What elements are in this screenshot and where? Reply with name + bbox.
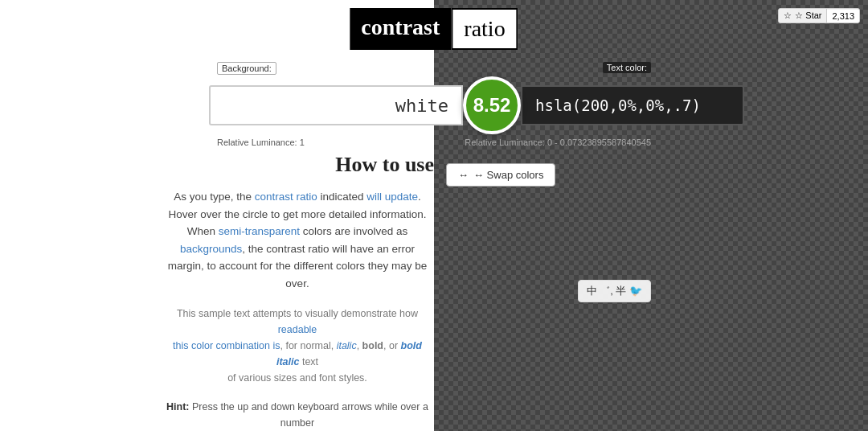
main-content: How to use As you type, the contrast rat… [161, 153, 434, 431]
swap-label: ↔ Swap colors [473, 169, 543, 181]
background-input[interactable] [209, 85, 463, 125]
input-row: Background: Text color: 8.52 [209, 76, 659, 134]
star-text: ☆ Star [795, 10, 821, 21]
star-count: 2,313 [827, 10, 859, 23]
twitter-widget-label: 中 ゛, 半 🐦 [587, 284, 642, 298]
ratio-value: 8.52 [473, 94, 511, 117]
text-color-input[interactable] [521, 85, 744, 125]
star-icon: ☆ [784, 10, 792, 21]
background-right [434, 0, 868, 431]
logo-ratio: ratio [451, 8, 518, 50]
swap-colors-button[interactable]: ↔ ↔ Swap colors [446, 163, 555, 187]
input-area: Background: Text color: 8.52 Relative Lu… [209, 76, 659, 147]
luminance-row: Relative Luminance: 1 Relative Luminance… [209, 138, 659, 147]
text-color-label: Text color: [603, 62, 651, 73]
sample-text: This sample text attempts to visually de… [161, 306, 434, 386]
hint-text: Hint: Press the up and down keyboard arr… [161, 399, 434, 431]
logo: contrast ratio [350, 8, 518, 50]
background-label: Background: [217, 62, 276, 75]
swap-icon: ↔ [458, 169, 469, 181]
star-label[interactable]: ☆ ☆ Star [779, 9, 827, 23]
hint-bold: Hint: [166, 401, 189, 413]
how-to-use-title: How to use [161, 153, 434, 177]
github-star-button[interactable]: ☆ ☆ Star 2,313 [778, 8, 860, 23]
luminance-right: Relative Luminance: 0 - 0.07323895587840… [465, 138, 659, 147]
logo-contrast: contrast [350, 8, 451, 50]
ratio-badge: 8.52 [463, 76, 521, 134]
twitter-widget[interactable]: 中 ゛, 半 🐦 [578, 280, 651, 302]
how-to-use-body: As you type, the contrast ratio indicate… [161, 188, 434, 293]
luminance-left: Relative Luminance: 1 [209, 138, 305, 147]
